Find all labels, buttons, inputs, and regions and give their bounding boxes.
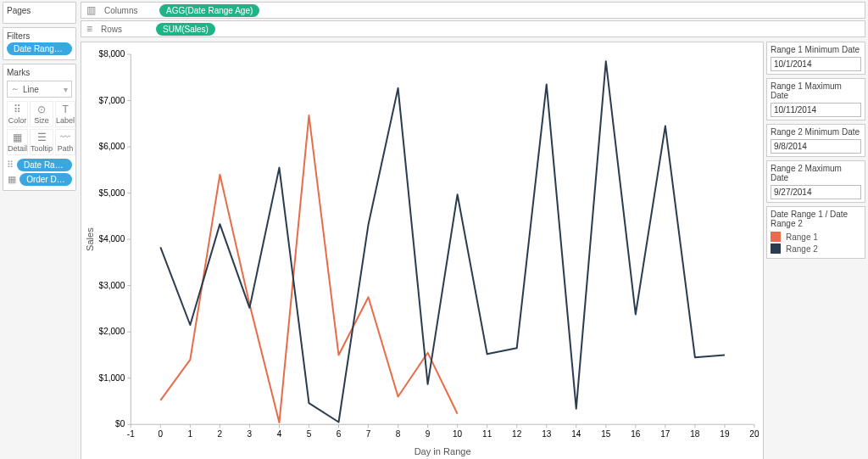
svg-text:0: 0 xyxy=(159,429,164,439)
param-range1-min-label: Range 1 Minimum Date xyxy=(771,45,861,54)
chevron-down-icon: ▾ xyxy=(64,85,68,94)
param-range2-min-label: Range 2 Minimum Date xyxy=(771,127,861,137)
rows-icon: ≡ xyxy=(86,23,92,35)
svg-text:6: 6 xyxy=(337,429,342,439)
color-icon: ⠿ xyxy=(8,104,27,115)
svg-text:9: 9 xyxy=(426,429,431,439)
mark-detail-button[interactable]: ▦Detail xyxy=(7,129,28,155)
svg-text:15: 15 xyxy=(601,429,611,439)
size-icon: ⊙ xyxy=(31,104,53,115)
svg-text:2: 2 xyxy=(218,429,223,439)
mark-label-button[interactable]: TLabel xyxy=(55,101,75,127)
param-range2-max-input[interactable] xyxy=(771,185,861,199)
color-legend: Date Range 1 / Date Range 2 Range 1 Rang… xyxy=(766,206,865,259)
marks-title: Marks xyxy=(7,67,72,79)
svg-text:7: 7 xyxy=(366,429,371,439)
param-range1-max-input[interactable] xyxy=(771,103,861,117)
svg-text:8: 8 xyxy=(396,429,401,439)
legend-swatch-range1 xyxy=(771,232,781,242)
detail-glyph-icon: ▦ xyxy=(7,174,16,185)
param-range1-min-input[interactable] xyxy=(771,57,861,71)
param-range1-min: Range 1 Minimum Date xyxy=(766,42,865,75)
label-icon: T xyxy=(56,104,75,115)
mark-path-button[interactable]: 〰Path xyxy=(55,129,75,155)
legend-label-range1: Range 1 xyxy=(786,232,818,242)
svg-text:-1: -1 xyxy=(127,429,135,439)
svg-text:$8,000: $8,000 xyxy=(99,49,125,59)
filter-pill-date-range[interactable]: Date Range 1 / Date .. xyxy=(7,42,72,55)
color-glyph-icon: ⠿ xyxy=(7,160,14,171)
svg-text:Day in Range: Day in Range xyxy=(415,446,471,456)
param-range1-max-label: Range 1 Maximum Date xyxy=(771,81,861,100)
columns-pill-agg-date-range-age[interactable]: AGG(Date Range Age) xyxy=(159,4,259,17)
pages-shelf[interactable]: Pages xyxy=(3,2,76,24)
svg-text:17: 17 xyxy=(660,429,670,439)
tooltip-icon: ☰ xyxy=(31,132,53,143)
legend-item-range2[interactable]: Range 2 xyxy=(771,243,861,254)
marks-card: Marks ～ Line ▾ ⠿Color ⊙Size TLabel ▦Deta… xyxy=(3,64,76,191)
svg-text:1: 1 xyxy=(188,429,193,439)
svg-text:$1,000: $1,000 xyxy=(99,373,125,383)
param-range2-max-label: Range 2 Maximum Date xyxy=(771,164,861,182)
svg-text:4: 4 xyxy=(277,429,282,439)
param-range2-min: Range 2 Minimum Date xyxy=(766,124,865,157)
svg-text:3: 3 xyxy=(248,429,253,439)
svg-text:14: 14 xyxy=(571,429,581,439)
svg-text:$6,000: $6,000 xyxy=(99,142,125,151)
legend-label-range2: Range 2 xyxy=(786,244,818,254)
svg-text:11: 11 xyxy=(482,429,492,439)
rows-shelf[interactable]: ≡ Rows SUM(Sales) xyxy=(81,20,865,37)
mark-size-button[interactable]: ⊙Size xyxy=(30,101,53,127)
columns-shelf[interactable]: ▥ Columns AGG(Date Range Age) xyxy=(81,2,865,19)
filters-title: Filters xyxy=(7,31,72,42)
svg-text:Sales: Sales xyxy=(85,227,95,251)
legend-title: Date Range 1 / Date Range 2 xyxy=(771,210,861,228)
pages-title: Pages xyxy=(7,5,72,17)
svg-text:10: 10 xyxy=(453,429,463,439)
legend-swatch-range2 xyxy=(771,243,781,254)
svg-text:16: 16 xyxy=(631,429,641,439)
mark-type-label: Line xyxy=(19,85,64,94)
param-range1-max: Range 1 Maximum Date xyxy=(766,78,865,120)
rows-label: Rows xyxy=(101,25,147,34)
param-range2-min-input[interactable] xyxy=(771,139,861,154)
legend-item-range1[interactable]: Range 1 xyxy=(771,232,861,242)
mark-pill-order-date[interactable]: Order Date xyxy=(19,173,72,186)
chart-viewport[interactable]: $0$1,000$2,000$3,000$4,000$5,000$6,000$7… xyxy=(81,42,764,459)
svg-text:$5,000: $5,000 xyxy=(99,188,125,198)
path-icon: 〰 xyxy=(56,132,75,143)
param-range2-max: Range 2 Maximum Date xyxy=(766,160,865,203)
svg-text:$0: $0 xyxy=(115,419,125,428)
mark-tooltip-button[interactable]: ☰Tooltip xyxy=(30,129,53,155)
mark-color-button[interactable]: ⠿Color xyxy=(7,101,28,127)
svg-text:$4,000: $4,000 xyxy=(99,234,125,243)
columns-label: Columns xyxy=(104,6,151,15)
svg-text:12: 12 xyxy=(512,429,522,439)
svg-text:19: 19 xyxy=(720,429,730,439)
filters-shelf[interactable]: Filters Date Range 1 / Date .. xyxy=(3,27,76,60)
detail-icon: ▦ xyxy=(8,132,27,143)
svg-text:$2,000: $2,000 xyxy=(99,327,125,336)
svg-text:$7,000: $7,000 xyxy=(99,96,125,105)
mark-pill-date-range[interactable]: Date Range 1 / .. xyxy=(17,159,72,171)
rows-pill-sum-sales[interactable]: SUM(Sales) xyxy=(156,23,215,36)
svg-text:13: 13 xyxy=(542,429,552,439)
svg-text:18: 18 xyxy=(690,429,700,439)
svg-text:$3,000: $3,000 xyxy=(99,281,125,290)
columns-icon: ▥ xyxy=(86,4,96,16)
svg-text:5: 5 xyxy=(307,429,312,439)
svg-text:20: 20 xyxy=(749,429,760,439)
mark-type-dropdown[interactable]: ～ Line ▾ xyxy=(7,81,72,98)
